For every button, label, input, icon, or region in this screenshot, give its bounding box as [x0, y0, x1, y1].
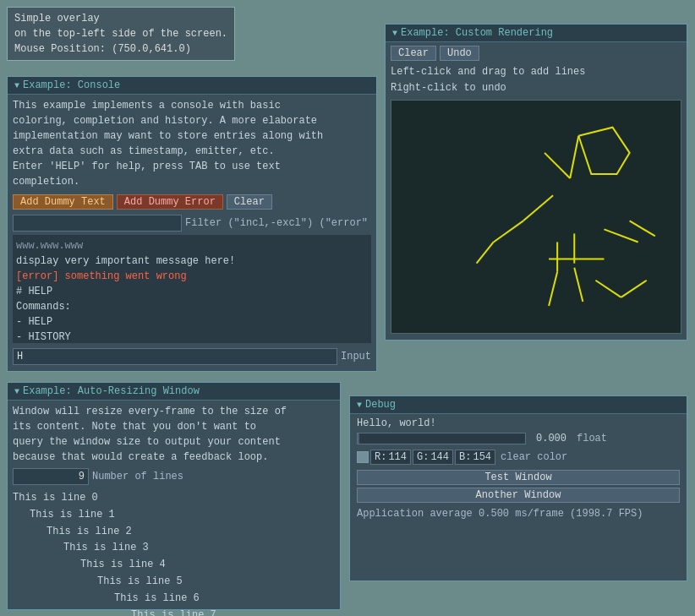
color-row: R:114 G:144 B:154 clear color — [357, 450, 680, 465]
svg-line-3 — [494, 221, 523, 243]
debug-title: Debug — [365, 399, 396, 411]
autoresize-description: Window will resize every-frame to the si… — [13, 404, 335, 465]
svg-line-11 — [574, 268, 583, 302]
svg-line-1 — [570, 136, 578, 178]
debug-float-row: 0.000 float — [357, 433, 680, 444]
input-label: Input — [341, 351, 371, 363]
console-input[interactable] — [13, 348, 337, 365]
color-label: clear color — [501, 451, 567, 463]
r-channel[interactable]: R:114 — [370, 450, 411, 465]
autoresize-panel: ▼ Example: Auto-Resizing Window Window w… — [7, 382, 341, 610]
rendering-info-line2: Right-click to undo — [391, 80, 681, 96]
log-line: - HISTORY — [16, 330, 368, 343]
rendering-panel-header: ▼ Example: Custom Rendering — [386, 25, 687, 42]
autoresize-collapse-arrow[interactable]: ▼ — [14, 387, 19, 396]
b-channel[interactable]: B:154 — [455, 450, 495, 465]
float-label: float — [577, 433, 607, 444]
log-line: www.www.www — [16, 238, 368, 253]
overlay-line2: on the top-left side of the screen. — [14, 26, 227, 41]
debug-panel-header: ▼ Debug — [350, 396, 687, 414]
list-item: This is line 4 — [80, 557, 335, 574]
debug-content: Hello, world! 0.000 float R:114 G:144 B:… — [350, 414, 687, 523]
filter-row: Filter ("incl,-excl") ("error" — [13, 215, 371, 232]
rendering-canvas[interactable] — [391, 100, 681, 334]
log-line: Commands: — [16, 299, 368, 314]
list-item: This is line 0 — [13, 490, 335, 507]
svg-line-4 — [477, 243, 494, 264]
log-line: # HELP — [16, 284, 368, 299]
add-dummy-text-button[interactable]: Add Dummy Text — [13, 194, 113, 210]
r-value: 114 — [388, 451, 407, 463]
rendering-panel: ▼ Example: Custom Rendering Clear Undo L… — [385, 24, 687, 341]
list-item: This is line 1 — [30, 507, 335, 524]
svg-line-2 — [523, 196, 553, 221]
svg-line-12 — [595, 281, 621, 297]
console-panel: ▼ Example: Console This example implemen… — [7, 76, 377, 372]
log-line: display very important message here! — [16, 253, 368, 269]
another-window-button[interactable]: Another Window — [357, 488, 680, 503]
rendering-info: Left-click and drag to add lines Right-c… — [391, 64, 681, 96]
rendering-info-line1: Left-click and drag to add lines — [391, 64, 681, 80]
log-line-error: [error] something went wrong — [16, 269, 368, 284]
g-channel[interactable]: G:144 — [413, 450, 453, 465]
autoresize-content: Window will resize every-frame to the si… — [8, 401, 340, 616]
color-swatch[interactable] — [357, 451, 369, 463]
num-lines-input[interactable] — [13, 468, 89, 485]
filter-input[interactable] — [13, 215, 182, 232]
svg-line-13 — [621, 281, 647, 297]
list-item: This is line 2 — [47, 524, 335, 541]
rendering-title: Example: Custom Rendering — [401, 27, 553, 39]
b-value: 154 — [473, 451, 491, 463]
lines-list: This is line 0 This is line 1 This is li… — [13, 490, 335, 616]
console-input-row: Input — [13, 348, 371, 365]
float-slider-fill — [358, 433, 359, 444]
debug-buttons: Test Window Another Window — [357, 470, 680, 503]
overlay-line1: Simple overlay — [14, 11, 227, 26]
svg-line-0 — [545, 153, 570, 178]
overlay-mouse: Mouse Position: (750.0,641.0) — [14, 41, 227, 57]
filter-label: Filter ("incl,-excl") ("error" — [185, 217, 368, 229]
clear-rendering-button[interactable]: Clear — [391, 46, 436, 61]
num-lines-label: Number of lines — [92, 471, 183, 482]
clear-console-button[interactable]: Clear — [227, 194, 272, 210]
console-collapse-arrow[interactable]: ▼ — [14, 81, 19, 90]
debug-hello: Hello, world! — [357, 417, 680, 429]
float-value: 0.000 — [536, 433, 566, 444]
log-line: - HELP — [16, 314, 368, 330]
svg-line-8 — [604, 230, 638, 243]
svg-line-9 — [630, 221, 655, 237]
list-item: This is line 6 — [114, 591, 335, 608]
test-window-button[interactable]: Test Window — [357, 470, 680, 485]
console-button-row: Add Dummy Text Add Dummy Error Clear — [13, 194, 371, 210]
debug-fps: Application average 0.500 ms/frame (1998… — [357, 508, 680, 520]
overlay-box: Simple overlay on the top-left side of t… — [7, 7, 235, 61]
g-value: 144 — [430, 451, 449, 463]
rendering-button-row: Clear Undo — [391, 46, 681, 61]
drawing-svg — [391, 101, 681, 333]
undo-rendering-button[interactable]: Undo — [440, 46, 479, 61]
list-item: This is line 3 — [63, 540, 335, 557]
autoresize-title: Example: Auto-Resizing Window — [23, 385, 200, 397]
float-slider[interactable] — [357, 433, 526, 444]
console-title: Example: Console — [23, 79, 120, 91]
rendering-collapse-arrow[interactable]: ▼ — [392, 29, 397, 38]
svg-line-10 — [549, 272, 557, 306]
console-log: www.www.www display very important messa… — [13, 235, 371, 343]
autoresize-panel-header: ▼ Example: Auto-Resizing Window — [8, 383, 340, 401]
debug-panel: ▼ Debug Hello, world! 0.000 float R:114 … — [349, 395, 687, 581]
console-description: This example implements a console with b… — [13, 98, 371, 189]
num-lines-row: Number of lines — [13, 468, 335, 485]
list-item: This is line 7 — [131, 608, 335, 616]
add-dummy-error-button[interactable]: Add Dummy Error — [117, 194, 223, 210]
debug-collapse-arrow[interactable]: ▼ — [357, 401, 362, 410]
list-item: This is line 5 — [97, 574, 335, 591]
console-panel-header: ▼ Example: Console — [8, 77, 376, 95]
